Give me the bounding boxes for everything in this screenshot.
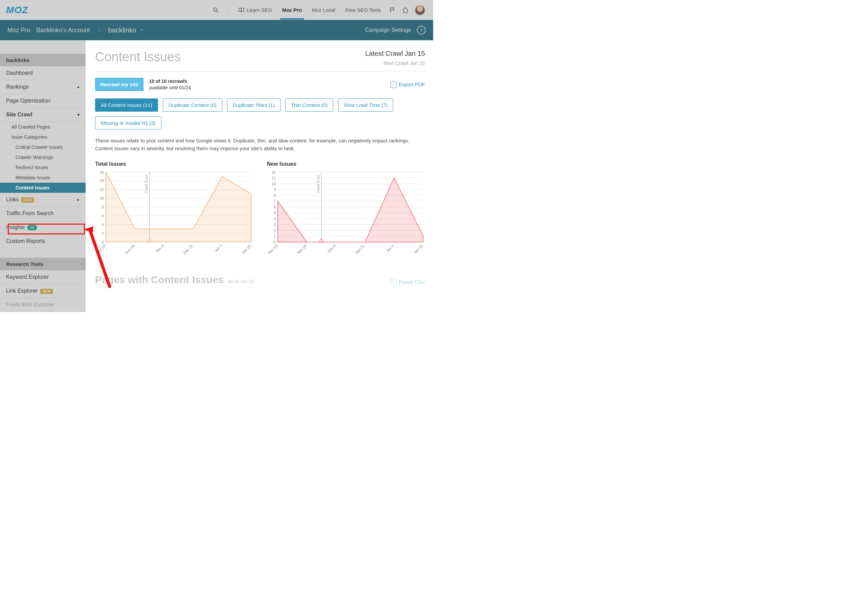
section2-title: Pages with Content Issues — [95, 274, 224, 286]
sidebar-sub-issue-categories[interactable]: Issue Categories — [0, 132, 86, 142]
svg-text:Jan 15: Jan 15 — [413, 243, 424, 254]
filter-pill-3[interactable]: Thin Content (0) — [285, 98, 333, 111]
sidebar-item-dashboard[interactable]: Dashboard — [0, 66, 86, 80]
search-icon[interactable] — [213, 7, 219, 13]
home-icon[interactable] — [402, 7, 409, 13]
svg-text:6: 6 — [273, 205, 275, 209]
svg-text:5: 5 — [273, 211, 275, 215]
topnav: Learn SEO Moz Pro Moz Local Free SEO Too… — [213, 1, 425, 20]
recrawl-button[interactable]: Recrawl my site — [95, 78, 144, 91]
breadcrumb-product[interactable]: Moz Pro — [7, 27, 30, 34]
chart-new-issues: 0123456789101112Crawl ErrorNov 13Nov 26D… — [267, 170, 425, 258]
brand-logo[interactable]: MOZ — [6, 5, 28, 16]
nav-learn-label: Learn SEO — [247, 7, 272, 13]
insights-count-badge: 10 — [27, 225, 37, 230]
chart-title-new: New Issues — [267, 161, 425, 167]
latest-crawl: Latest Crawl Jan 15 — [365, 50, 425, 57]
breadcrumb-bar: Moz Pro Backlinko's Account backlinko Ca… — [0, 20, 433, 40]
new-badge: NEW — [21, 198, 34, 202]
sidebar: backlinko Dashboard Rankings▸ Page Optim… — [0, 40, 86, 312]
book-icon — [238, 7, 245, 13]
filter-pill-1[interactable]: Duplicate Content (0) — [163, 98, 222, 111]
svg-text:4: 4 — [273, 217, 275, 221]
caret-down-icon: ▾ — [78, 112, 79, 117]
svg-text:1: 1 — [273, 234, 275, 238]
sidebar-item-custom-reports[interactable]: Custom Reports — [0, 235, 86, 248]
nav-moz-pro[interactable]: Moz Pro — [280, 1, 304, 19]
page-title: Content Issues — [95, 50, 181, 64]
sidebar-research-link-explorer[interactable]: Link ExplorerNEW — [0, 284, 86, 298]
section2-subtitle: As of Jan 15 — [228, 279, 254, 284]
recrawl-info: 10 of 10 recrawls available until 01/24 — [149, 78, 191, 91]
svg-text:Nov 26: Nov 26 — [124, 243, 135, 255]
svg-text:2: 2 — [273, 228, 275, 232]
svg-text:Dec 21: Dec 21 — [182, 243, 194, 255]
svg-point-0 — [214, 8, 217, 11]
svg-marker-2 — [140, 29, 143, 31]
sidebar-sub2-warnings[interactable]: Crawler Warnings — [0, 152, 86, 162]
caret-down-icon — [140, 28, 144, 32]
svg-line-1 — [217, 11, 218, 12]
campaign-selector[interactable]: backlinko — [108, 26, 144, 34]
sidebar-item-links[interactable]: LinksNEW▸ — [0, 193, 86, 207]
sidebar-research-title: Research Tools — [0, 258, 86, 270]
caret-right-icon: ▸ — [78, 85, 79, 89]
nav-free-seo-tools[interactable]: Free SEO Tools — [343, 1, 383, 19]
breadcrumb-account[interactable]: Backlinko's Account — [36, 27, 90, 34]
help-icon[interactable]: ? — [417, 26, 426, 35]
svg-text:7: 7 — [273, 199, 275, 203]
new-badge: NEW — [40, 289, 53, 294]
svg-text:0: 0 — [273, 240, 275, 244]
svg-text:16: 16 — [100, 170, 104, 174]
filter-pill-4[interactable]: Slow Load Time (7) — [338, 98, 393, 111]
export-csv-link[interactable]: ↓ Export CSV — [391, 279, 425, 285]
filter-pill-5[interactable]: Missing or Invalid H1 (3) — [95, 116, 162, 129]
svg-text:Crawl Error: Crawl Error — [316, 175, 320, 194]
svg-text:Crawl Error: Crawl Error — [144, 175, 148, 194]
svg-marker-60 — [319, 239, 323, 242]
svg-text:8: 8 — [273, 194, 275, 198]
svg-text:Jan 2: Jan 2 — [385, 243, 394, 253]
filter-pill-0[interactable]: All Content Issues (11) — [95, 98, 158, 111]
filter-pills: All Content Issues (11)Duplicate Content… — [95, 98, 425, 129]
sidebar-sub2-redirect[interactable]: Redirect Issues — [0, 162, 86, 173]
avatar[interactable] — [415, 5, 425, 15]
caret-right-icon: ▸ — [78, 197, 79, 202]
flag-icon[interactable] — [389, 7, 396, 13]
export-pdf-link[interactable]: ↓ Export PDF — [391, 81, 425, 88]
svg-text:Jan 2: Jan 2 — [213, 243, 223, 253]
campaign-name: backlinko — [108, 26, 137, 34]
filter-pill-2[interactable]: Duplicate Titles (1) — [227, 98, 281, 111]
sidebar-item-site-crawl[interactable]: Site Crawl▾ — [0, 108, 86, 122]
sidebar-item-traffic[interactable]: Traffic From Search — [0, 207, 86, 220]
download-icon: ↓ — [391, 279, 397, 285]
sidebar-research-keyword[interactable]: Keyword Explorer — [0, 270, 86, 284]
main-content: Content Issues Latest Crawl Jan 15 Next … — [86, 40, 433, 299]
svg-text:3: 3 — [273, 223, 275, 227]
svg-text:8: 8 — [102, 205, 104, 209]
topbar: MOZ Learn SEO Moz Pro Moz Local Free SEO… — [0, 0, 433, 20]
divider — [95, 71, 425, 72]
svg-text:11: 11 — [272, 176, 275, 180]
sidebar-sub2-content-issues[interactable]: Content Issues — [0, 183, 86, 193]
chart-total-issues: 0246810121416Crawl ErrorNov 13Nov 26Dec … — [95, 170, 253, 258]
sidebar-item-page-optimization[interactable]: Page Optimization — [0, 94, 86, 108]
svg-text:Dec 21: Dec 21 — [354, 243, 366, 255]
sidebar-sub-all-crawled[interactable]: All Crawled Pages — [0, 122, 86, 132]
svg-text:0: 0 — [102, 240, 104, 244]
svg-text:6: 6 — [102, 214, 104, 218]
download-icon: ↓ — [391, 81, 397, 88]
nav-learn-seo[interactable]: Learn SEO — [236, 1, 274, 20]
sidebar-sub2-metadata[interactable]: Metadata Issues — [0, 173, 86, 183]
sidebar-sub2-critical[interactable]: Critical Crawler Issues — [0, 142, 86, 152]
sidebar-item-rankings[interactable]: Rankings▸ — [0, 80, 86, 94]
divider — [228, 6, 228, 15]
svg-text:10: 10 — [272, 182, 275, 186]
svg-text:12: 12 — [100, 188, 104, 191]
sidebar-research-fresh-web[interactable]: Fresh Web Explorer — [0, 298, 86, 312]
svg-text:9: 9 — [273, 188, 275, 191]
nav-moz-local[interactable]: Moz Local — [310, 1, 337, 19]
campaign-settings-link[interactable]: Campaign Settings — [365, 27, 411, 33]
next-crawl: Next Crawl Jan 22 — [365, 60, 425, 66]
sidebar-item-insights[interactable]: Insights10 — [0, 220, 86, 235]
